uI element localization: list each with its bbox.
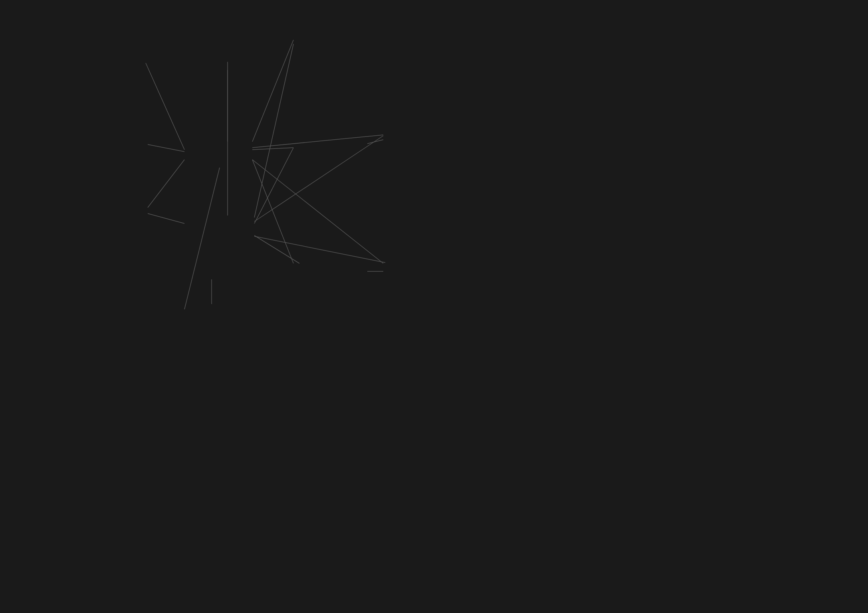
erd-canvas (0, 0, 868, 613)
svg-line-8 (252, 148, 293, 150)
svg-line-15 (254, 235, 299, 263)
connection-lines (0, 0, 868, 613)
svg-line-14 (252, 160, 293, 263)
svg-line-4 (148, 214, 184, 223)
svg-line-0 (146, 63, 184, 150)
svg-line-6 (254, 148, 293, 223)
svg-line-17 (254, 236, 385, 263)
svg-line-11 (254, 44, 293, 218)
svg-line-2 (148, 144, 184, 152)
svg-line-9 (252, 135, 383, 148)
svg-line-18 (367, 140, 383, 144)
svg-line-16 (252, 160, 383, 263)
svg-line-10 (252, 40, 293, 142)
svg-line-7 (254, 136, 383, 221)
svg-line-12 (184, 168, 220, 309)
svg-line-3 (148, 160, 184, 208)
